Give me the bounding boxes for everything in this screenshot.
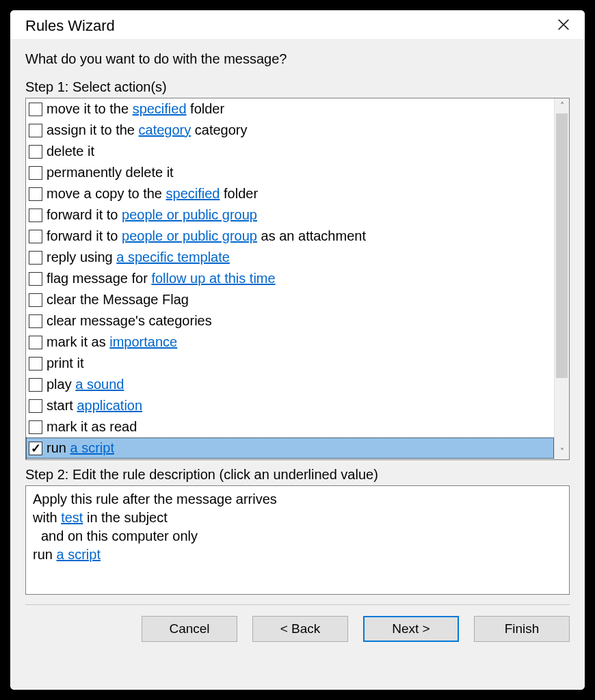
action-label: move it to the specified folder [47, 99, 224, 119]
action-label: move a copy to the specified folder [47, 184, 258, 204]
action-label: forward it to people or public group [47, 205, 257, 225]
action-checkbox[interactable] [29, 399, 42, 413]
actions-container: move it to the specified folderassign it… [25, 98, 570, 460]
desc-line: and on this computer only [33, 527, 562, 546]
action-row[interactable]: reply using a specific template [26, 247, 554, 268]
action-row[interactable]: forward it to people or public group as … [26, 226, 554, 247]
action-link[interactable]: category [139, 122, 191, 137]
action-row[interactable]: assign it to the category category [26, 120, 554, 141]
desc-link-script[interactable]: a script [56, 547, 100, 562]
dialog-title: Rules Wizard [25, 17, 115, 35]
rules-wizard-dialog: Rules Wizard What do you want to do with… [10, 10, 585, 690]
close-icon[interactable] [556, 17, 571, 35]
action-label: reply using a specific template [47, 247, 230, 267]
cancel-button[interactable]: Cancel [142, 616, 237, 642]
action-checkbox[interactable] [29, 103, 42, 116]
next-button[interactable]: Next > [363, 616, 459, 642]
back-button[interactable]: < Back [252, 616, 348, 642]
action-checkbox[interactable] [29, 230, 42, 243]
action-label: flag message for follow up at this time [47, 269, 276, 288]
action-label: play a sound [47, 375, 124, 394]
separator [25, 604, 570, 605]
action-link[interactable]: specified [166, 186, 220, 201]
action-checkbox[interactable] [29, 420, 42, 434]
action-label: forward it to people or public group as … [47, 226, 366, 246]
action-label: start application [47, 396, 142, 416]
action-checkbox[interactable] [29, 145, 42, 159]
action-row[interactable]: forward it to people or public group [26, 204, 554, 226]
action-checkbox[interactable] [29, 442, 42, 455]
desc-line: with test in the subject [33, 509, 562, 527]
scroll-down-icon[interactable]: ˅ [555, 444, 569, 459]
action-checkbox[interactable] [29, 251, 42, 265]
action-row[interactable]: start application [26, 395, 554, 416]
action-link[interactable]: specified [133, 101, 187, 116]
action-checkbox[interactable] [29, 187, 42, 201]
desc-link-subject[interactable]: test [61, 510, 83, 525]
action-link[interactable]: a sound [75, 377, 124, 392]
action-row[interactable]: mark it as importance [26, 332, 554, 353]
action-link[interactable]: a specific template [116, 250, 230, 265]
actions-list[interactable]: move it to the specified folderassign it… [26, 98, 554, 459]
scroll-up-icon[interactable]: ˄ [555, 98, 569, 113]
scrollbar[interactable]: ˄ ˅ [554, 98, 569, 459]
step2-section: Step 2: Edit the rule description (click… [25, 467, 570, 595]
action-checkbox[interactable] [29, 357, 42, 371]
action-row[interactable]: run a script [26, 438, 554, 459]
step1-label: Step 1: Select action(s) [25, 79, 570, 95]
button-bar: Cancel < Back Next > Finish [25, 616, 570, 657]
action-label: clear the Message Flag [47, 290, 189, 310]
question-label: What do you want to do with the message? [25, 51, 570, 67]
dialog-body: What do you want to do with the message?… [10, 39, 585, 690]
action-checkbox[interactable] [29, 336, 42, 349]
action-link[interactable]: importance [109, 334, 177, 349]
action-row[interactable]: clear the Message Flag [26, 289, 554, 310]
action-checkbox[interactable] [29, 208, 42, 222]
action-label: run a script [47, 438, 114, 458]
action-label: delete it [47, 142, 94, 161]
rule-description-box: Apply this rule after the message arrive… [25, 485, 570, 595]
action-row[interactable]: mark it as read [26, 416, 554, 438]
action-link[interactable]: people or public group [122, 228, 257, 243]
action-checkbox[interactable] [29, 314, 42, 328]
action-link[interactable]: follow up at this time [151, 271, 275, 286]
action-row[interactable]: play a sound [26, 374, 554, 395]
action-row[interactable]: print it [26, 353, 554, 374]
action-link[interactable]: people or public group [122, 207, 257, 222]
action-label: mark it as read [47, 417, 137, 437]
action-checkbox[interactable] [29, 272, 42, 286]
titlebar: Rules Wizard [10, 10, 585, 39]
action-row[interactable]: clear message's categories [26, 310, 554, 332]
action-label: clear message's categories [47, 311, 212, 331]
action-label: permanently delete it [47, 163, 174, 183]
action-label: mark it as importance [47, 332, 177, 352]
scroll-track[interactable] [555, 113, 569, 444]
action-row[interactable]: stop processing more rules [26, 459, 554, 459]
action-row[interactable]: permanently delete it [26, 162, 554, 183]
action-link[interactable]: application [77, 398, 142, 413]
desc-line: run a script [33, 546, 562, 564]
action-checkbox[interactable] [29, 293, 42, 307]
action-row[interactable]: flag message for follow up at this time [26, 268, 554, 289]
action-label: assign it to the category category [47, 120, 248, 140]
action-link[interactable]: a script [70, 440, 114, 455]
step2-label: Step 2: Edit the rule description (click… [25, 467, 570, 483]
scroll-thumb[interactable] [556, 113, 568, 378]
desc-line: Apply this rule after the message arrive… [33, 490, 562, 509]
finish-button[interactable]: Finish [474, 616, 570, 642]
action-checkbox[interactable] [29, 124, 42, 137]
action-checkbox[interactable] [29, 378, 42, 392]
action-checkbox[interactable] [29, 166, 42, 180]
action-row[interactable]: delete it [26, 141, 554, 162]
action-label: print it [47, 353, 83, 373]
action-row[interactable]: move a copy to the specified folder [26, 183, 554, 204]
action-row[interactable]: move it to the specified folder [26, 98, 554, 120]
